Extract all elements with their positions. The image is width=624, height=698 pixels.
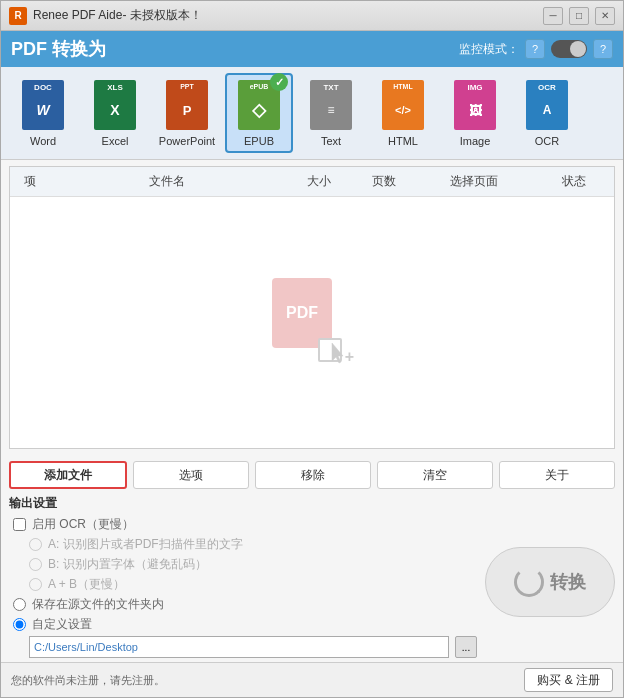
status-bar: 您的软件尚未注册，请先注册。 购买 & 注册 <box>1 662 623 697</box>
ocr-icon: OCR A <box>524 79 570 131</box>
settings-convert-area: 输出设置 启用 OCR（更慢） A: 识别图片或者PDF扫描件里的文字 B: 识… <box>1 495 623 662</box>
word-icon: DOC W <box>20 79 66 131</box>
col-select-pages: 选择页面 <box>414 171 534 192</box>
epub-label: EPUB <box>244 135 274 147</box>
excel-icon: XLS X <box>92 79 138 131</box>
option-b-radio[interactable] <box>29 558 42 571</box>
status-text: 您的软件尚未注册，请先注册。 <box>11 673 165 688</box>
col-pages: 页数 <box>354 171 414 192</box>
option-a-label: A: 识别图片或者PDF扫描件里的文字 <box>48 536 243 553</box>
save-source-row: 保存在源文件的文件夹内 <box>9 596 477 613</box>
about-button[interactable]: 关于 <box>499 461 615 489</box>
monitor-help-button[interactable]: ? <box>525 39 545 59</box>
maximize-button[interactable]: □ <box>569 7 589 25</box>
col-size: 大小 <box>284 171 354 192</box>
title-bar: R Renee PDF Aide- 未授权版本！ ─ □ ✕ <box>1 1 623 31</box>
format-ppt[interactable]: PPT P PowerPoint <box>153 73 221 153</box>
app-icon: R <box>9 7 27 25</box>
top-bar: PDF 转换为 监控模式： ? ? <box>1 31 623 67</box>
custom-path-label: 自定义设置 <box>32 616 92 633</box>
format-toolbar: DOC W Word XLS X Excel PPT P <box>1 67 623 160</box>
html-label: HTML <box>388 135 418 147</box>
output-settings: 输出设置 启用 OCR（更慢） A: 识别图片或者PDF扫描件里的文字 B: 识… <box>9 495 477 658</box>
option-a-radio[interactable] <box>29 538 42 551</box>
option-ab-label: A + B（更慢） <box>48 576 125 593</box>
excel-label: Excel <box>102 135 129 147</box>
option-ab-radio[interactable] <box>29 578 42 591</box>
plus-icon: + <box>345 348 354 366</box>
format-excel[interactable]: XLS X Excel <box>81 73 149 153</box>
file-list-area: 项 文件名 大小 页数 选择页面 状态 PDF + <box>9 166 615 449</box>
register-button[interactable]: 购买 & 注册 <box>524 668 613 692</box>
ocr-label: 启用 OCR（更慢） <box>32 516 134 533</box>
format-text[interactable]: TXT ≡ Text <box>297 73 365 153</box>
format-ocr[interactable]: OCR A OCR <box>513 73 581 153</box>
custom-path-radio[interactable] <box>13 618 26 631</box>
monitor-toggle[interactable] <box>551 40 587 58</box>
browse-button[interactable]: ... <box>455 636 477 658</box>
convert-label: 转换 <box>550 570 586 594</box>
option-ab-row: A + B（更慢） <box>9 576 477 593</box>
remove-button[interactable]: 移除 <box>255 461 371 489</box>
image-icon: IMG 🖼 <box>452 79 498 131</box>
options-button[interactable]: 选项 <box>133 461 249 489</box>
monitor-area: 监控模式： ? ? <box>459 39 613 59</box>
format-image[interactable]: IMG 🖼 Image <box>441 73 509 153</box>
action-bar: 添加文件 选项 移除 清空 关于 <box>1 455 623 495</box>
pdf-placeholder: PDF + <box>272 278 352 368</box>
option-b-row: B: 识别内置字体（避免乱码） <box>9 556 477 573</box>
convert-spin-icon <box>514 567 544 597</box>
pdf-drop-icon: PDF + <box>272 278 352 368</box>
image-label: Image <box>460 135 491 147</box>
ocr-checkbox[interactable] <box>13 518 26 531</box>
save-source-radio[interactable] <box>13 598 26 611</box>
option-b-label: B: 识别内置字体（避免乱码） <box>48 556 207 573</box>
col-index: 项 <box>10 171 50 192</box>
col-status: 状态 <box>534 171 614 192</box>
epub-check-badge: ✓ <box>270 73 288 91</box>
close-button[interactable]: ✕ <box>595 7 615 25</box>
convert-area: 转换 <box>485 495 615 658</box>
settings-title: 输出设置 <box>9 495 477 512</box>
file-list-header: 项 文件名 大小 页数 选择页面 状态 <box>10 167 614 197</box>
monitor-label: 监控模式： <box>459 41 519 58</box>
col-filename: 文件名 <box>50 171 284 192</box>
main-window: R Renee PDF Aide- 未授权版本！ ─ □ ✕ PDF 转换为 监… <box>0 0 624 698</box>
text-label: Text <box>321 135 341 147</box>
format-epub[interactable]: ePUB ◇ ✓ EPUB <box>225 73 293 153</box>
ocr-row: 启用 OCR（更慢） <box>9 516 477 533</box>
app-title: PDF 转换为 <box>11 37 106 61</box>
html-icon: HTML </> <box>380 79 426 131</box>
file-list-body: PDF + <box>10 197 614 448</box>
convert-button[interactable]: 转换 <box>485 547 615 617</box>
path-input-row: ... <box>9 636 477 658</box>
format-html[interactable]: HTML </> HTML <box>369 73 437 153</box>
save-source-label: 保存在源文件的文件夹内 <box>32 596 164 613</box>
text-icon: TXT ≡ <box>308 79 354 131</box>
add-file-button[interactable]: 添加文件 <box>9 461 127 489</box>
option-a-row: A: 识别图片或者PDF扫描件里的文字 <box>9 536 477 553</box>
ocr-label: OCR <box>535 135 559 147</box>
word-label: Word <box>30 135 56 147</box>
format-word[interactable]: DOC W Word <box>9 73 77 153</box>
window-title: Renee PDF Aide- 未授权版本！ <box>33 7 543 24</box>
ppt-label: PowerPoint <box>159 135 215 147</box>
help-button[interactable]: ? <box>593 39 613 59</box>
minimize-button[interactable]: ─ <box>543 7 563 25</box>
ppt-icon: PPT P <box>164 79 210 131</box>
clear-button[interactable]: 清空 <box>377 461 493 489</box>
path-input[interactable] <box>29 636 449 658</box>
custom-path-row: 自定义设置 <box>9 616 477 633</box>
window-controls: ─ □ ✕ <box>543 7 615 25</box>
epub-icon: ePUB ◇ ✓ <box>236 79 282 131</box>
